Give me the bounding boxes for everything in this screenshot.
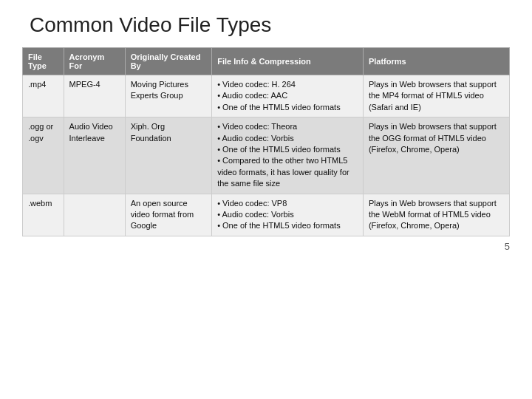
cell-file-type: .mp4 (23, 75, 64, 117)
page: Common Video File Types File Type Acrony… (0, 0, 532, 399)
col-header-created-by: Originally Created By (125, 48, 212, 75)
cell-acronym: Audio Video Interleave (64, 117, 125, 194)
cell-acronym (64, 194, 125, 236)
table-header-row: File Type Acronym For Originally Created… (23, 48, 510, 75)
col-header-file-type: File Type (23, 48, 64, 75)
cell-file-type: .webm (23, 194, 64, 236)
col-header-file-info: File Info & Compression (212, 48, 364, 75)
cell-platforms: Plays in Web browsers that support the O… (363, 117, 509, 194)
cell-acronym: MPEG-4 (64, 75, 125, 117)
cell-platforms: Plays in Web browsers that support the M… (363, 75, 509, 117)
cell-created-by: Moving Pictures Experts Group (125, 75, 212, 117)
cell-created-by: Xiph. Org Foundation (125, 117, 212, 194)
cell-platforms: Plays in Web browsers that support the W… (363, 194, 509, 236)
cell-file-info: • Video codec: VP8• Audio codec: Vorbis•… (212, 194, 364, 236)
page-title: Common Video File Types (30, 13, 510, 37)
cell-file-info: • Video codec: Theora• Audio codec: Vorb… (212, 117, 364, 194)
table-row: .ogg or .ogvAudio Video InterleaveXiph. … (23, 117, 510, 194)
table-row: .mp4MPEG-4Moving Pictures Experts Group•… (23, 75, 510, 117)
cell-file-info: • Video codec: H. 264• Audio codec: AAC•… (212, 75, 364, 117)
table-row: .webmAn open source video format from Go… (23, 194, 510, 236)
col-header-acronym: Acronym For (64, 48, 125, 75)
cell-created-by: An open source video format from Google (125, 194, 212, 236)
col-header-platforms: Platforms (363, 48, 509, 75)
cell-file-type: .ogg or .ogv (23, 117, 64, 194)
file-types-table: File Type Acronym For Originally Created… (22, 47, 510, 236)
page-number: 5 (22, 241, 510, 252)
